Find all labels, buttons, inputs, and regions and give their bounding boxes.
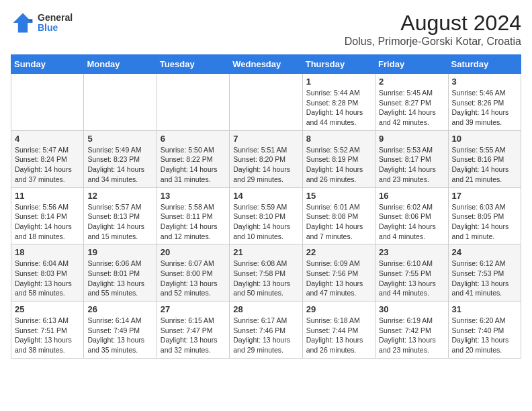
weekday-header-friday: Friday [375,55,448,74]
day-number: 7 [233,134,298,144]
day-number: 8 [306,134,371,144]
cell-content: Sunrise: 6:19 AM Sunset: 7:42 PM Dayligh… [379,316,444,355]
day-number: 27 [161,304,226,314]
day-number: 17 [452,191,517,201]
weekday-header-sunday: Sunday [11,55,84,74]
cell-content: Sunrise: 6:15 AM Sunset: 7:47 PM Dayligh… [161,316,226,355]
day-number: 2 [379,77,444,87]
calendar-cell [157,74,229,131]
day-number: 9 [379,134,444,144]
calendar-cell: 10Sunrise: 5:55 AM Sunset: 8:16 PM Dayli… [448,130,521,187]
calendar-cell: 9Sunrise: 5:53 AM Sunset: 8:17 PM Daylig… [375,130,448,187]
cell-content: Sunrise: 6:09 AM Sunset: 7:56 PM Dayligh… [306,259,371,298]
day-number: 13 [161,191,226,201]
calendar-cell: 29Sunrise: 6:18 AM Sunset: 7:44 PM Dayli… [302,302,375,359]
day-number: 4 [15,134,80,144]
cell-content: Sunrise: 6:07 AM Sunset: 8:00 PM Dayligh… [161,259,226,298]
weekday-header-row: SundayMondayTuesdayWednesdayThursdayFrid… [11,55,521,74]
calendar-cell: 12Sunrise: 5:57 AM Sunset: 8:13 PM Dayli… [84,187,157,244]
calendar-cell: 18Sunrise: 6:04 AM Sunset: 8:03 PM Dayli… [11,244,84,302]
cell-content: Sunrise: 5:51 AM Sunset: 8:20 PM Dayligh… [233,145,298,185]
calendar-cell: 3Sunrise: 5:46 AM Sunset: 8:26 PM Daylig… [448,74,521,131]
cell-content: Sunrise: 5:45 AM Sunset: 8:27 PM Dayligh… [379,88,444,128]
calendar-cell: 8Sunrise: 5:52 AM Sunset: 8:19 PM Daylig… [302,130,375,187]
calendar-cell: 24Sunrise: 6:12 AM Sunset: 7:53 PM Dayli… [448,244,521,302]
day-number: 18 [15,247,80,257]
calendar-cell: 22Sunrise: 6:09 AM Sunset: 7:56 PM Dayli… [302,244,375,302]
day-number: 21 [233,247,298,257]
day-number: 31 [452,304,517,314]
calendar-cell: 31Sunrise: 6:20 AM Sunset: 7:40 PM Dayli… [448,302,521,359]
day-number: 11 [15,191,80,201]
cell-content: Sunrise: 5:52 AM Sunset: 8:19 PM Dayligh… [306,145,371,185]
cell-content: Sunrise: 6:12 AM Sunset: 7:53 PM Dayligh… [452,259,517,298]
day-number: 20 [161,247,226,257]
day-number: 23 [379,247,444,257]
day-number: 16 [379,191,444,201]
cell-content: Sunrise: 5:47 AM Sunset: 8:24 PM Dayligh… [15,145,80,185]
logo: General Blue [11,11,73,35]
calendar-cell [84,74,157,131]
calendar-cell: 15Sunrise: 6:01 AM Sunset: 8:08 PM Dayli… [302,187,375,244]
day-number: 12 [87,191,152,201]
title-block: August 2024 Dolus, Primorje-Gorski Kotar… [345,11,521,48]
calendar-cell: 17Sunrise: 6:03 AM Sunset: 8:05 PM Dayli… [448,187,521,244]
cell-content: Sunrise: 6:14 AM Sunset: 7:49 PM Dayligh… [87,316,152,355]
month-year-title: August 2024 [345,11,521,36]
weekday-header-monday: Monday [84,55,157,74]
calendar-cell: 26Sunrise: 6:14 AM Sunset: 7:49 PM Dayli… [84,302,157,359]
cell-content: Sunrise: 5:58 AM Sunset: 8:11 PM Dayligh… [161,202,226,242]
calendar-week-row: 18Sunrise: 6:04 AM Sunset: 8:03 PM Dayli… [11,244,521,302]
calendar-week-row: 25Sunrise: 6:13 AM Sunset: 7:51 PM Dayli… [11,302,521,359]
cell-content: Sunrise: 6:06 AM Sunset: 8:01 PM Dayligh… [87,259,152,298]
calendar-cell: 28Sunrise: 6:17 AM Sunset: 7:46 PM Dayli… [230,302,302,359]
logo-general-text: General [38,13,73,23]
calendar-cell: 2Sunrise: 5:45 AM Sunset: 8:27 PM Daylig… [375,74,448,131]
day-number: 22 [306,247,371,257]
cell-content: Sunrise: 6:03 AM Sunset: 8:05 PM Dayligh… [452,202,517,242]
cell-content: Sunrise: 5:57 AM Sunset: 8:13 PM Dayligh… [87,202,152,242]
calendar-cell: 14Sunrise: 5:59 AM Sunset: 8:10 PM Dayli… [230,187,302,244]
day-number: 5 [87,134,152,144]
calendar-cell: 23Sunrise: 6:10 AM Sunset: 7:55 PM Dayli… [375,244,448,302]
day-number: 30 [379,304,444,314]
day-number: 29 [306,304,371,314]
cell-content: Sunrise: 5:56 AM Sunset: 8:14 PM Dayligh… [15,202,80,242]
calendar-cell: 30Sunrise: 6:19 AM Sunset: 7:42 PM Dayli… [375,302,448,359]
day-number: 10 [452,134,517,144]
page-header: General Blue August 2024 Dolus, Primorje… [11,11,521,48]
day-number: 24 [452,247,517,257]
day-number: 26 [87,304,152,314]
calendar-cell: 5Sunrise: 5:49 AM Sunset: 8:23 PM Daylig… [84,130,157,187]
calendar-cell: 20Sunrise: 6:07 AM Sunset: 8:00 PM Dayli… [157,244,229,302]
cell-content: Sunrise: 5:49 AM Sunset: 8:23 PM Dayligh… [87,145,152,185]
calendar-cell: 4Sunrise: 5:47 AM Sunset: 8:24 PM Daylig… [11,130,84,187]
calendar-cell: 11Sunrise: 5:56 AM Sunset: 8:14 PM Dayli… [11,187,84,244]
calendar-week-row: 4Sunrise: 5:47 AM Sunset: 8:24 PM Daylig… [11,130,521,187]
calendar-week-row: 11Sunrise: 5:56 AM Sunset: 8:14 PM Dayli… [11,187,521,244]
day-number: 25 [15,304,80,314]
calendar-cell [11,74,84,131]
calendar-cell: 13Sunrise: 5:58 AM Sunset: 8:11 PM Dayli… [157,187,229,244]
cell-content: Sunrise: 5:55 AM Sunset: 8:16 PM Dayligh… [452,145,517,185]
calendar-cell: 19Sunrise: 6:06 AM Sunset: 8:01 PM Dayli… [84,244,157,302]
calendar-cell: 27Sunrise: 6:15 AM Sunset: 7:47 PM Dayli… [157,302,229,359]
calendar-cell: 1Sunrise: 5:44 AM Sunset: 8:28 PM Daylig… [302,74,375,131]
cell-content: Sunrise: 6:17 AM Sunset: 7:46 PM Dayligh… [233,316,298,355]
cell-content: Sunrise: 5:59 AM Sunset: 8:10 PM Dayligh… [233,202,298,242]
cell-content: Sunrise: 6:02 AM Sunset: 8:06 PM Dayligh… [379,202,444,242]
calendar-cell: 25Sunrise: 6:13 AM Sunset: 7:51 PM Dayli… [11,302,84,359]
day-number: 3 [452,77,517,87]
weekday-header-saturday: Saturday [448,55,521,74]
calendar-cell: 21Sunrise: 6:08 AM Sunset: 7:58 PM Dayli… [230,244,302,302]
weekday-header-thursday: Thursday [302,55,375,74]
day-number: 1 [306,77,371,87]
logo-blue-text: Blue [38,23,73,33]
cell-content: Sunrise: 6:13 AM Sunset: 7:51 PM Dayligh… [15,316,80,355]
day-number: 28 [233,304,298,314]
svg-marker-0 [13,13,33,33]
cell-content: Sunrise: 6:20 AM Sunset: 7:40 PM Dayligh… [452,316,517,355]
cell-content: Sunrise: 6:10 AM Sunset: 7:55 PM Dayligh… [379,259,444,298]
day-number: 14 [233,191,298,201]
location-text: Dolus, Primorje-Gorski Kotar, Croatia [345,36,521,48]
